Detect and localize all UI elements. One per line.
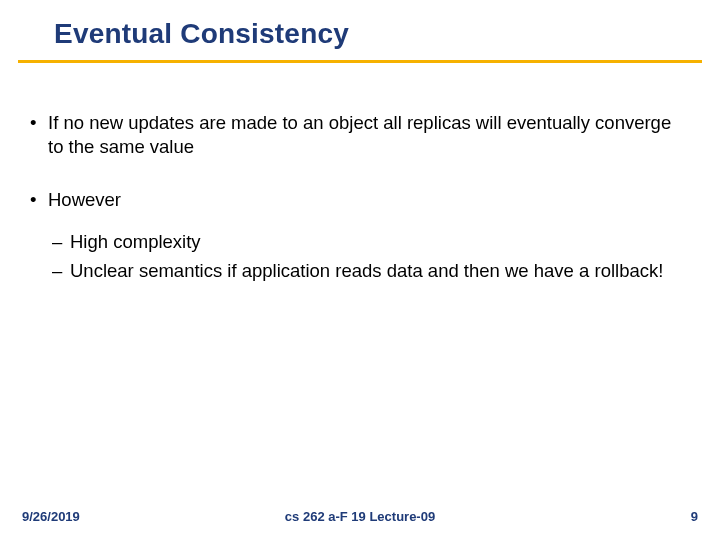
sub-bullet-item: – Unclear semantics if application reads… [52, 259, 674, 283]
slide-footer: 9/26/2019 cs 262 a-F 19 Lecture-09 9 [0, 509, 720, 524]
footer-date: 9/26/2019 [22, 509, 80, 524]
dash-icon: – [52, 230, 70, 254]
sub-bullet-item: – High complexity [52, 230, 674, 254]
footer-lecture: cs 262 a-F 19 Lecture-09 [0, 509, 720, 524]
bullet-text: If no new updates are made to an object … [48, 111, 674, 160]
slide: Eventual Consistency • If no new updates… [0, 0, 720, 540]
sub-bullet-text: High complexity [70, 230, 674, 254]
slide-title: Eventual Consistency [54, 18, 720, 50]
bullet-dot-icon: • [28, 188, 48, 212]
title-block: Eventual Consistency [0, 0, 720, 50]
bullet-item: • If no new updates are made to an objec… [28, 111, 674, 160]
slide-body: • If no new updates are made to an objec… [0, 63, 720, 283]
bullet-item: • However [28, 188, 674, 212]
dash-icon: – [52, 259, 70, 283]
sub-bullet-text: Unclear semantics if application reads d… [70, 259, 674, 283]
bullet-text: However [48, 188, 674, 212]
bullet-dot-icon: • [28, 111, 48, 160]
footer-page-number: 9 [691, 509, 698, 524]
